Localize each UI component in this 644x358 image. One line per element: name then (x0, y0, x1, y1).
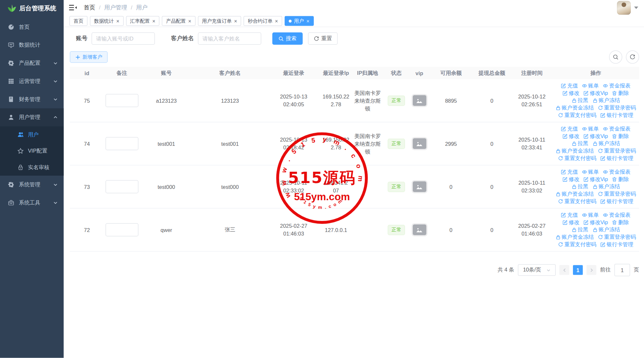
sidebar-item-7[interactable]: 系统工具 (0, 194, 64, 212)
op-label: 重置支付密码 (564, 112, 596, 119)
sidebar-item-1[interactable]: 数据统计 (0, 36, 64, 54)
tab-5[interactable]: 秒合约订单× (244, 16, 282, 26)
op-link-3[interactable]: 修改 (563, 176, 579, 183)
sidebar-item-5[interactable]: 用户管理 (0, 108, 64, 126)
op-link-4[interactable]: 修改Vip (583, 176, 608, 183)
op-link-6[interactable]: 拉黑 (571, 183, 588, 191)
prev-page-button[interactable] (559, 265, 569, 275)
sidebar-item-4[interactable]: 财务管理 (0, 90, 64, 109)
op-link-6[interactable]: 拉黑 (571, 97, 588, 104)
tab-6[interactable]: 用户× (285, 16, 314, 26)
op-link-6[interactable]: 拉黑 (571, 226, 588, 234)
remark-input[interactable] (106, 94, 138, 107)
op-link-8[interactable]: 账户资金冻结 (555, 104, 594, 112)
op-link-1[interactable]: 账单 (582, 168, 599, 176)
op-link-1[interactable]: 账单 (582, 211, 599, 219)
op-link-0[interactable]: 充值 (561, 82, 578, 89)
sidebar-item-0[interactable]: 首页 (0, 18, 64, 36)
op-link-8[interactable]: 账户资金冻结 (555, 147, 594, 155)
op-link-10[interactable]: 重置支付密码 (558, 241, 596, 248)
op-link-4[interactable]: 修改Vip (583, 219, 608, 226)
close-icon[interactable]: × (306, 18, 310, 23)
next-page-button[interactable] (587, 265, 596, 275)
op-link-8[interactable]: 账户资金冻结 (555, 191, 594, 198)
close-icon[interactable]: × (234, 18, 237, 23)
op-link-5[interactable]: 删除 (612, 219, 629, 226)
page-number-current[interactable]: 1 (573, 265, 583, 275)
tab-3[interactable]: 产品配置× (162, 16, 195, 26)
tab-0[interactable]: 首页 (69, 16, 88, 26)
op-link-10[interactable]: 重置支付密码 (558, 155, 596, 162)
op-link-7[interactable]: 账户冻结 (592, 183, 620, 191)
op-link-0[interactable]: 充值 (561, 125, 578, 133)
avatar[interactable] (617, 1, 631, 15)
op-link-0[interactable]: 充值 (561, 211, 578, 219)
remark-input[interactable] (106, 223, 138, 237)
remark-input[interactable] (106, 180, 138, 193)
op-link-8[interactable]: 账户资金冻结 (555, 234, 594, 241)
vip-image-thumb[interactable] (412, 138, 426, 149)
op-link-2[interactable]: 资金报表 (603, 211, 630, 219)
account-input[interactable] (91, 32, 155, 45)
op-link-1[interactable]: 账单 (582, 125, 599, 133)
op-link-10[interactable]: 重置支付密码 (558, 198, 596, 205)
sidebar-subitem-5-0[interactable]: 用户 (0, 126, 64, 143)
op-link-4[interactable]: 修改Vip (583, 89, 608, 97)
op-link-11[interactable]: 银行卡管理 (601, 198, 633, 205)
op-link-7[interactable]: 账户冻结 (592, 226, 620, 234)
vip-image-thumb[interactable] (412, 95, 426, 106)
sidebar-item-2[interactable]: 产品配置 (0, 54, 64, 72)
menu-fold-icon[interactable] (69, 5, 77, 11)
op-link-9[interactable]: 重置登录密码 (598, 147, 636, 155)
sidebar-subitem-5-1[interactable]: VIP配置 (0, 143, 64, 159)
op-link-2[interactable]: 资金报表 (603, 168, 630, 176)
avatar-dropdown-caret-icon[interactable] (634, 6, 638, 11)
op-link-5[interactable]: 删除 (612, 89, 629, 97)
op-link-9[interactable]: 重置登录密码 (598, 234, 636, 241)
op-link-1[interactable]: 账单 (582, 82, 599, 89)
op-link-5[interactable]: 删除 (612, 176, 629, 183)
op-link-3[interactable]: 修改 (563, 133, 579, 140)
close-icon[interactable]: × (116, 18, 119, 23)
op-link-9[interactable]: 重置登录密码 (598, 104, 636, 112)
op-link-2[interactable]: 资金报表 (603, 82, 630, 89)
vip-image-thumb[interactable] (412, 181, 426, 192)
op-link-4[interactable]: 修改Vip (583, 133, 608, 140)
op-link-11[interactable]: 银行卡管理 (601, 112, 633, 119)
search-button[interactable]: 搜索 (272, 32, 303, 45)
cell-region (352, 208, 384, 251)
op-link-7[interactable]: 账户冻结 (592, 140, 620, 147)
op-link-0[interactable]: 充值 (561, 168, 578, 176)
table-refresh-button[interactable] (626, 51, 639, 64)
op-link-3[interactable]: 修改 (563, 219, 579, 226)
sidebar-subitem-5-2[interactable]: 实名审核 (0, 159, 64, 176)
cell-ip: 169.150.22 2.78 (320, 122, 352, 165)
breadcrumb-home[interactable]: 首页 (84, 4, 95, 11)
goto-page-input[interactable] (614, 264, 630, 276)
op-link-11[interactable]: 银行卡管理 (601, 241, 633, 248)
table-search-button[interactable] (609, 51, 622, 64)
add-customer-button[interactable]: 新增客户 (70, 51, 108, 63)
tab-1[interactable]: 数据统计× (90, 16, 123, 26)
op-link-10[interactable]: 重置支付密码 (558, 112, 596, 119)
op-link-2[interactable]: 资金报表 (603, 125, 630, 133)
op-link-11[interactable]: 银行卡管理 (601, 155, 633, 162)
page-size-select[interactable]: 10条/页 (518, 264, 556, 276)
breadcrumb-user-management[interactable]: 用户管理 (104, 4, 127, 11)
customer-name-input[interactable] (198, 32, 261, 45)
tab-2[interactable]: 汇率配置× (126, 16, 159, 26)
reset-button[interactable]: 重置 (308, 32, 338, 45)
op-link-6[interactable]: 拉黑 (571, 140, 588, 147)
close-icon[interactable]: × (152, 18, 155, 23)
sidebar-item-6[interactable]: 系统管理 (0, 176, 64, 194)
close-icon[interactable]: × (275, 18, 278, 23)
op-link-3[interactable]: 修改 (563, 89, 579, 97)
op-link-7[interactable]: 账户冻结 (592, 97, 620, 104)
op-link-9[interactable]: 重置登录密码 (598, 191, 636, 198)
sidebar-item-3[interactable]: 运营管理 (0, 72, 64, 90)
op-link-5[interactable]: 删除 (612, 133, 629, 140)
remark-input[interactable] (106, 137, 138, 150)
vip-image-thumb[interactable] (412, 225, 426, 235)
close-icon[interactable]: × (188, 18, 191, 23)
tab-4[interactable]: 用户充值订单× (198, 16, 241, 26)
